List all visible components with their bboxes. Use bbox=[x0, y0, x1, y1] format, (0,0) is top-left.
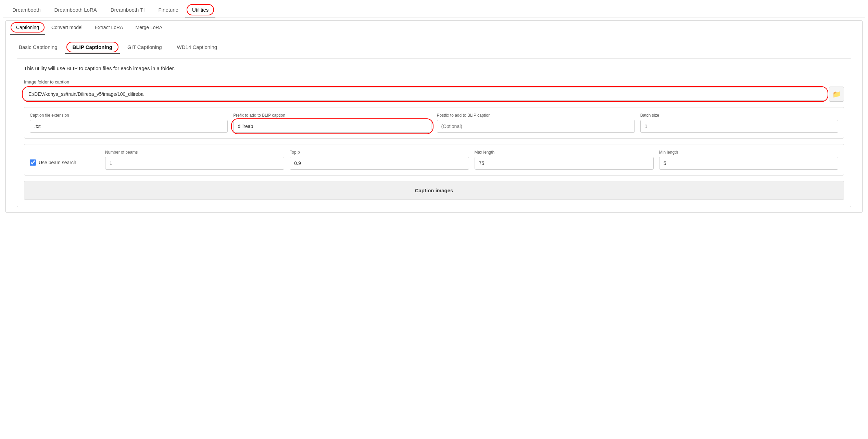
min-length-input[interactable] bbox=[659, 157, 838, 170]
batch-size-label: Batch size bbox=[640, 113, 838, 118]
app-container: DreamboothDreambooth LoRADreambooth TIFi… bbox=[0, 0, 868, 439]
folder-icon: 📁 bbox=[832, 90, 841, 98]
inner-tabs: Basic CaptioningBLIP CaptioningGIT Capti… bbox=[11, 41, 857, 54]
sub-nav: CaptioningConvert modelExtract LoRAMerge… bbox=[6, 21, 862, 35]
sub-nav-tab-convert-model[interactable]: Convert model bbox=[45, 21, 89, 35]
content-panel: This utility will use BLIP to caption fi… bbox=[17, 58, 851, 207]
batch-size-input[interactable] bbox=[640, 120, 838, 133]
inner-tab-git-captioning[interactable]: GIT Captioning bbox=[120, 41, 169, 54]
num-beams-label: Number of beams bbox=[105, 150, 284, 155]
use-beam-search-label: Use beam search bbox=[39, 160, 76, 165]
image-folder-label: Image folder to caption bbox=[24, 79, 844, 85]
prefix-col: Prefix to add to BLIP caption bbox=[233, 113, 431, 133]
beam-cols: Number of beams Top p Max length Mi bbox=[105, 150, 838, 170]
top-nav-tab-dreambooth[interactable]: Dreambooth bbox=[5, 3, 48, 17]
inner-tabs-container: Basic CaptioningBLIP CaptioningGIT Capti… bbox=[6, 35, 862, 207]
top-p-col: Top p bbox=[290, 150, 469, 170]
prefix-input-wrapper bbox=[233, 120, 431, 133]
prefix-label: Prefix to add to BLIP caption bbox=[233, 113, 431, 118]
caption-images-button[interactable]: Caption images bbox=[24, 181, 844, 199]
top-nav-tab-dreambooth-lora[interactable]: Dreambooth LoRA bbox=[48, 3, 104, 17]
inner-tab-basic-captioning[interactable]: Basic Captioning bbox=[11, 41, 65, 54]
top-p-input[interactable] bbox=[290, 157, 469, 170]
caption-options-row: Caption file extension Prefix to add to … bbox=[24, 107, 844, 139]
sub-nav-tab-captioning[interactable]: Captioning bbox=[10, 21, 45, 35]
max-length-input[interactable] bbox=[475, 157, 654, 170]
inner-tab-blip-captioning[interactable]: BLIP Captioning bbox=[65, 41, 120, 54]
prefix-input[interactable] bbox=[233, 120, 431, 133]
beam-search-checkbox-section: Use beam search bbox=[30, 150, 105, 166]
top-nav-tab-utilities[interactable]: Utilities bbox=[185, 3, 215, 17]
num-beams-input[interactable] bbox=[105, 157, 284, 170]
image-folder-group: Image folder to caption 📁 bbox=[24, 79, 844, 102]
beam-search-row: Use beam search Number of beams Top p Ma… bbox=[24, 144, 844, 176]
inner-tab-wd14-captioning[interactable]: WD14 Captioning bbox=[169, 41, 225, 54]
top-nav: DreamboothDreambooth LoRADreambooth TIFi… bbox=[3, 3, 865, 17]
caption-btn-row: Caption images bbox=[24, 181, 844, 200]
postfix-input[interactable] bbox=[437, 120, 635, 133]
min-length-col: Min length bbox=[659, 150, 838, 170]
batch-size-col: Batch size bbox=[640, 113, 838, 133]
top-nav-tab-dreambooth-ti[interactable]: Dreambooth TI bbox=[104, 3, 152, 17]
description-text: This utility will use BLIP to caption fi… bbox=[24, 65, 844, 71]
main-content: CaptioningConvert modelExtract LoRAMerge… bbox=[5, 20, 863, 213]
image-folder-input-wrapper bbox=[24, 88, 826, 101]
top-p-label: Top p bbox=[290, 150, 469, 155]
sub-nav-tab-extract-lora[interactable]: Extract LoRA bbox=[89, 21, 129, 35]
image-folder-input-row: 📁 bbox=[24, 87, 844, 102]
sub-nav-tab-merge-lora[interactable]: Merge LoRA bbox=[129, 21, 168, 35]
num-beams-col: Number of beams bbox=[105, 150, 284, 170]
caption-extension-col: Caption file extension bbox=[30, 113, 228, 133]
folder-browse-button[interactable]: 📁 bbox=[829, 87, 844, 102]
top-nav-tab-finetune[interactable]: Finetune bbox=[152, 3, 185, 17]
postfix-label: Postfix to add to BLIP caption bbox=[437, 113, 635, 118]
image-folder-input[interactable] bbox=[24, 88, 826, 101]
max-length-col: Max length bbox=[475, 150, 654, 170]
use-beam-search-checkbox[interactable] bbox=[30, 159, 36, 166]
min-length-label: Min length bbox=[659, 150, 838, 155]
postfix-col: Postfix to add to BLIP caption bbox=[437, 113, 635, 133]
caption-extension-input[interactable] bbox=[30, 120, 228, 133]
max-length-label: Max length bbox=[475, 150, 654, 155]
caption-extension-label: Caption file extension bbox=[30, 113, 228, 118]
